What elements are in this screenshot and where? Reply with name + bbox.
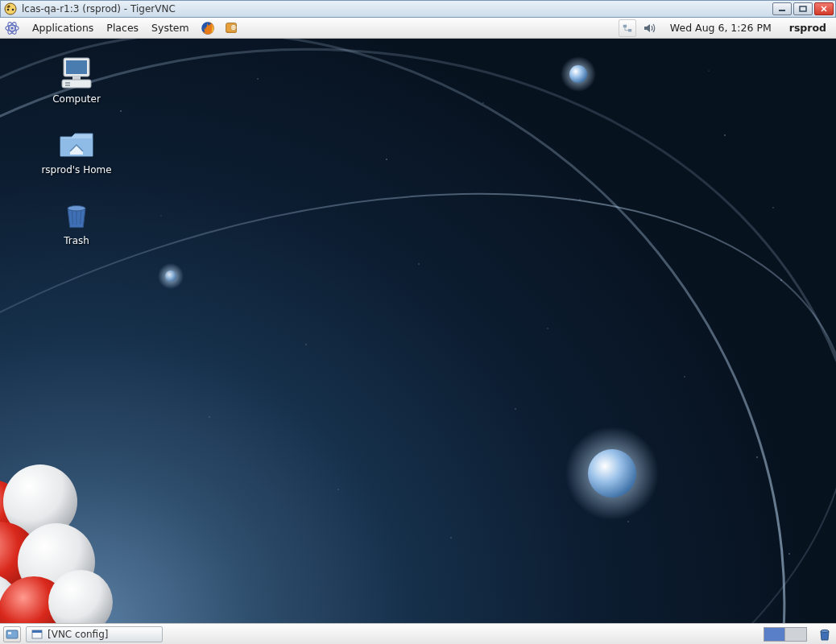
desktop-icon-computer[interactable]: Computer [32,56,121,105]
workspace-1[interactable] [764,628,785,641]
tigervnc-icon [4,2,17,15]
svg-point-27 [627,521,629,522]
svg-point-28 [788,553,790,555]
svg-point-50 [48,570,113,623]
desktop-icons: Computer rsprod's Home [32,56,121,246]
desktop-background[interactable]: Computer rsprod's Home [0,39,836,623]
svg-point-17 [482,102,483,103]
svg-point-19 [724,134,726,136]
network-tray-icon[interactable] [619,19,636,37]
close-button[interactable] [814,2,834,15]
workspace-2[interactable] [785,628,806,641]
taskbar-item-label: [VNC config] [48,629,108,640]
show-desktop-button[interactable] [3,626,21,642]
clock[interactable]: Wed Aug 6, 1:26 PM [664,22,778,34]
svg-point-2 [12,9,14,11]
desktop-icon-trash[interactable]: Trash [32,198,121,246]
svg-rect-55 [65,82,70,84]
svg-point-1 [7,9,10,11]
vnc-window-title: lcas-qa-r1:3 (rsprod) - TigerVNC [22,3,176,14]
svg-point-49 [0,576,69,623]
svg-point-29 [450,537,452,539]
svg-rect-59 [8,632,11,634]
svg-point-48 [0,573,21,623]
desktop-icon-home[interactable]: rsprod's Home [32,127,121,175]
workspace-switcher [764,627,807,642]
svg-rect-61 [32,630,42,633]
svg-point-8 [10,27,14,30]
svg-point-10 [230,24,236,30]
svg-point-47 [18,523,95,601]
vnc-window-titlebar: lcas-qa-r1:3 (rsprod) - TigerVNC [0,0,836,18]
svg-point-32 [772,207,774,208]
svg-point-31 [708,70,709,71]
home-folder-icon [57,127,96,161]
svg-point-20 [780,279,782,281]
svg-point-45 [3,464,77,539]
svg-point-37 [0,39,836,623]
svg-point-26 [756,456,758,458]
distro-menu-icon[interactable] [3,19,21,37]
svg-rect-56 [65,85,70,86]
svg-point-38 [565,427,659,520]
svg-point-0 [5,3,16,14]
firefox-launcher-icon[interactable] [199,19,217,37]
svg-point-15 [257,78,259,80]
svg-rect-12 [623,24,627,27]
svg-rect-53 [72,76,81,80]
svg-point-39 [588,449,636,497]
window-controls [772,2,834,15]
minimize-button[interactable] [772,2,792,15]
svg-point-16 [386,159,387,160]
gnome-top-panel: Applications Places System [0,18,836,39]
svg-point-33 [160,215,161,216]
svg-point-25 [209,416,209,417]
svg-point-42 [158,263,184,289]
menu-system[interactable]: System [145,19,196,37]
svg-point-22 [547,328,548,328]
computer-icon [57,56,96,90]
menu-places[interactable]: Places [100,19,145,37]
trash-icon [57,198,96,232]
gnome-bottom-panel: [VNC config] [0,623,836,644]
svg-point-62 [821,630,829,632]
panel-trash-applet[interactable] [817,626,833,642]
window-icon [31,629,43,640]
svg-point-36 [0,39,836,623]
svg-rect-52 [66,60,87,74]
volume-tray-icon[interactable] [641,19,659,37]
svg-point-34 [515,408,516,410]
svg-point-21 [684,376,685,378]
desktop-icon-label: Trash [64,235,89,246]
svg-point-24 [305,344,307,345]
svg-point-43 [165,270,176,282]
taskbar-item-vnc-config[interactable]: [VNC config] [26,626,163,642]
svg-point-41 [569,65,587,83]
desktop-icon-label: Computer [52,93,101,105]
desktop-icon-label: rsprod's Home [41,164,111,175]
help-launcher-icon[interactable] [223,19,241,37]
svg-point-35 [0,59,836,623]
svg-point-46 [0,522,40,602]
svg-point-30 [337,489,338,489]
svg-rect-4 [800,6,806,11]
menu-applications[interactable]: Applications [26,19,100,37]
svg-point-57 [68,206,85,211]
svg-point-40 [561,56,596,92]
svg-point-18 [579,199,581,200]
maximize-button[interactable] [793,2,813,15]
svg-rect-3 [779,10,785,11]
svg-point-23 [418,263,420,265]
remote-desktop: Applications Places System [0,18,836,644]
user-menu[interactable]: rsprod [783,22,833,34]
svg-rect-13 [628,28,631,31]
svg-point-44 [0,480,26,547]
